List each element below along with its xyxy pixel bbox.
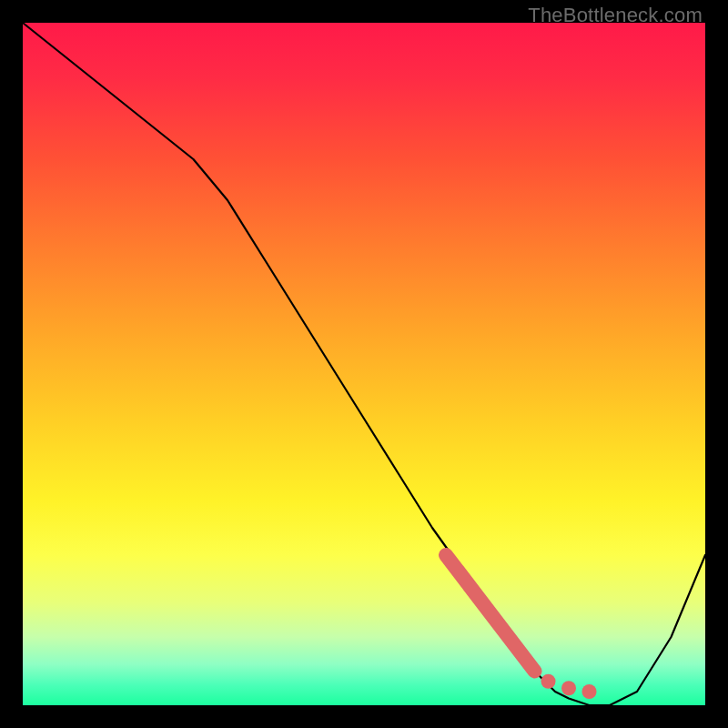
highlight-segment xyxy=(446,555,535,672)
watermark-text: TheBottleneck.com xyxy=(528,4,703,27)
highlight-dot xyxy=(561,681,576,695)
bottleneck-curve xyxy=(23,23,705,705)
highlight-dots xyxy=(541,674,597,699)
chart-area xyxy=(23,23,705,705)
highlight-dot xyxy=(582,684,597,699)
chart-svg xyxy=(23,23,705,705)
highlight-dot xyxy=(541,674,556,689)
